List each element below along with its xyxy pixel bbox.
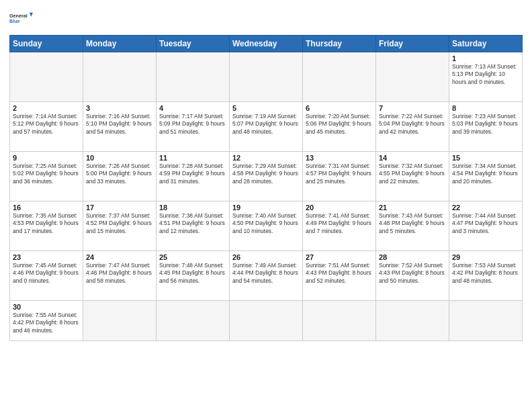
day-cell: 22Sunrise: 7:44 AM Sunset: 4:47 PM Dayli… [449,201,523,251]
day-info: Sunrise: 7:23 AM Sunset: 5:03 PM Dayligh… [452,113,519,136]
day-number: 20 [306,203,373,212]
day-number: 5 [232,104,300,112]
day-number: 26 [232,253,300,261]
day-info: Sunrise: 7:35 AM Sunset: 4:53 PM Dayligh… [13,212,80,235]
day-cell: 30Sunrise: 7:55 AM Sunset: 4:42 PM Dayli… [10,301,83,341]
week-row-1: 2Sunrise: 7:14 AM Sunset: 5:12 PM Daylig… [10,102,523,152]
day-number: 17 [86,203,153,212]
day-cell: 14Sunrise: 7:32 AM Sunset: 4:55 PM Dayli… [376,152,449,201]
header-cell-tuesday: Tuesday [157,36,230,52]
day-cell: 19Sunrise: 7:40 AM Sunset: 4:50 PM Dayli… [230,201,303,251]
header-cell-monday: Monday [83,36,157,52]
day-info: Sunrise: 7:51 AM Sunset: 4:43 PM Dayligh… [306,262,373,285]
header-cell-sunday: Sunday [10,36,83,52]
day-cell: 29Sunrise: 7:53 AM Sunset: 4:42 PM Dayli… [449,251,523,301]
day-cell: 1Sunrise: 7:13 AM Sunset: 5:13 PM Daylig… [449,52,523,102]
week-row-3: 16Sunrise: 7:35 AM Sunset: 4:53 PM Dayli… [10,201,523,251]
day-number: 16 [13,203,80,212]
day-cell [157,301,230,341]
day-info: Sunrise: 7:34 AM Sunset: 4:54 PM Dayligh… [452,163,519,185]
day-info: Sunrise: 7:47 AM Sunset: 4:46 PM Dayligh… [86,262,153,285]
header-cell-wednesday: Wednesday [230,36,303,52]
day-cell: 7Sunrise: 7:22 AM Sunset: 5:04 PM Daylig… [376,102,449,152]
day-cell [376,301,449,341]
day-info: Sunrise: 7:38 AM Sunset: 4:51 PM Dayligh… [159,212,226,235]
day-info: Sunrise: 7:20 AM Sunset: 5:06 PM Dayligh… [306,113,373,136]
day-cell: 26Sunrise: 7:49 AM Sunset: 4:44 PM Dayli… [230,251,303,301]
day-number: 27 [306,253,373,261]
day-number: 24 [86,253,153,261]
day-info: Sunrise: 7:31 AM Sunset: 4:57 PM Dayligh… [306,163,373,185]
day-cell [10,52,83,102]
day-cell: 5Sunrise: 7:19 AM Sunset: 5:07 PM Daylig… [230,102,303,152]
svg-text:Blue: Blue [9,18,20,24]
day-cell: 13Sunrise: 7:31 AM Sunset: 4:57 PM Dayli… [303,152,376,201]
day-number: 29 [452,253,519,261]
day-cell: 24Sunrise: 7:47 AM Sunset: 4:46 PM Dayli… [83,251,157,301]
day-cell: 6Sunrise: 7:20 AM Sunset: 5:06 PM Daylig… [303,102,376,152]
day-number: 3 [86,104,153,112]
day-info: Sunrise: 7:52 AM Sunset: 4:43 PM Dayligh… [379,262,446,285]
calendar-table: SundayMondayTuesdayWednesdayThursdayFrid… [9,35,523,341]
day-number: 19 [232,203,300,212]
day-number: 14 [379,154,446,162]
day-number: 15 [452,154,519,162]
day-info: Sunrise: 7:26 AM Sunset: 5:00 PM Dayligh… [86,163,153,185]
day-cell [157,52,230,102]
day-cell: 16Sunrise: 7:35 AM Sunset: 4:53 PM Dayli… [10,201,83,251]
logo: GeneralBlue [9,7,34,31]
day-cell: 15Sunrise: 7:34 AM Sunset: 4:54 PM Dayli… [449,152,523,201]
day-cell: 12Sunrise: 7:29 AM Sunset: 4:58 PM Dayli… [230,152,303,201]
day-cell [83,52,157,102]
day-number: 11 [159,154,226,162]
day-cell: 18Sunrise: 7:38 AM Sunset: 4:51 PM Dayli… [157,201,230,251]
header: GeneralBlue [9,7,523,31]
logo-icon: GeneralBlue [9,7,34,31]
day-cell [230,52,303,102]
week-row-5: 30Sunrise: 7:55 AM Sunset: 4:42 PM Dayli… [10,301,523,341]
day-number: 8 [452,104,519,112]
header-cell-saturday: Saturday [449,36,523,52]
day-info: Sunrise: 7:37 AM Sunset: 4:52 PM Dayligh… [86,212,153,235]
day-cell [303,52,376,102]
day-info: Sunrise: 7:14 AM Sunset: 5:12 PM Dayligh… [13,113,80,136]
day-cell: 23Sunrise: 7:45 AM Sunset: 4:46 PM Dayli… [10,251,83,301]
day-number: 7 [379,104,446,112]
day-info: Sunrise: 7:28 AM Sunset: 4:59 PM Dayligh… [159,163,226,185]
day-info: Sunrise: 7:22 AM Sunset: 5:04 PM Dayligh… [379,113,446,136]
day-info: Sunrise: 7:55 AM Sunset: 4:42 PM Dayligh… [13,312,80,334]
day-info: Sunrise: 7:25 AM Sunset: 5:02 PM Dayligh… [13,163,80,185]
day-number: 1 [452,54,519,62]
day-info: Sunrise: 7:53 AM Sunset: 4:42 PM Dayligh… [452,262,519,285]
day-number: 21 [379,203,446,212]
day-cell: 20Sunrise: 7:41 AM Sunset: 4:49 PM Dayli… [303,201,376,251]
header-row: SundayMondayTuesdayWednesdayThursdayFrid… [10,36,523,52]
day-cell: 10Sunrise: 7:26 AM Sunset: 5:00 PM Dayli… [83,152,157,201]
day-number: 4 [159,104,226,112]
day-number: 10 [86,154,153,162]
day-cell: 2Sunrise: 7:14 AM Sunset: 5:12 PM Daylig… [10,102,83,152]
day-number: 30 [13,303,80,311]
day-info: Sunrise: 7:44 AM Sunset: 4:47 PM Dayligh… [452,212,519,235]
day-cell: 27Sunrise: 7:51 AM Sunset: 4:43 PM Dayli… [303,251,376,301]
day-info: Sunrise: 7:19 AM Sunset: 5:07 PM Dayligh… [232,113,300,136]
calendar-body: 1Sunrise: 7:13 AM Sunset: 5:13 PM Daylig… [10,52,523,341]
page: GeneralBlue SundayMondayTuesdayWednesday… [0,0,532,348]
header-cell-thursday: Thursday [303,36,376,52]
day-number: 28 [379,253,446,261]
day-cell [83,301,157,341]
day-cell [230,301,303,341]
day-number: 2 [13,104,80,112]
week-row-2: 9Sunrise: 7:25 AM Sunset: 5:02 PM Daylig… [10,152,523,201]
day-number: 9 [13,154,80,162]
day-cell: 21Sunrise: 7:43 AM Sunset: 4:48 PM Dayli… [376,201,449,251]
day-cell: 9Sunrise: 7:25 AM Sunset: 5:02 PM Daylig… [10,152,83,201]
day-info: Sunrise: 7:40 AM Sunset: 4:50 PM Dayligh… [232,212,300,235]
day-cell: 17Sunrise: 7:37 AM Sunset: 4:52 PM Dayli… [83,201,157,251]
svg-text:General: General [9,13,28,19]
day-info: Sunrise: 7:32 AM Sunset: 4:55 PM Dayligh… [379,163,446,185]
day-info: Sunrise: 7:45 AM Sunset: 4:46 PM Dayligh… [13,262,80,285]
day-number: 12 [232,154,300,162]
day-cell: 8Sunrise: 7:23 AM Sunset: 5:03 PM Daylig… [449,102,523,152]
day-number: 22 [452,203,519,212]
